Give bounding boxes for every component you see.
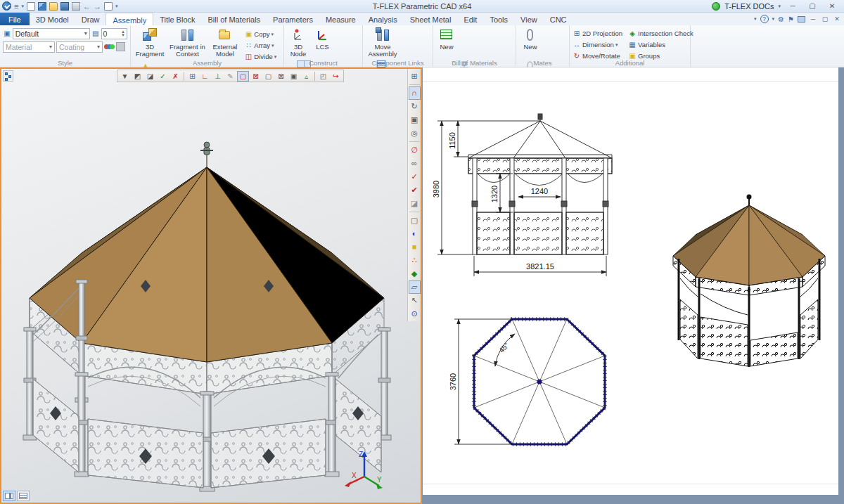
wireframe-mode-icon[interactable]: ▢ (409, 214, 421, 227)
select-workplane-icon[interactable]: ⊞ (186, 71, 198, 82)
hide-elements-icon[interactable]: ∅ (409, 143, 421, 157)
close-button[interactable]: ✕ (824, 2, 840, 10)
doc-close-icon[interactable]: ✕ (833, 15, 841, 22)
material-spheres-icon[interactable] (104, 43, 115, 51)
perspective-icon[interactable]: ▱ (409, 280, 421, 294)
variables-button[interactable]: ▦ Variables (628, 39, 693, 50)
doc-minimize-icon[interactable]: ─ (809, 15, 817, 22)
material-combo[interactable]: Material▾ (3, 41, 55, 53)
zoom-orbit-icon[interactable]: ↻ (409, 100, 421, 113)
filter-faces-icon[interactable]: ◩ (132, 71, 143, 82)
help-icon[interactable]: ? (760, 15, 769, 23)
tab-assembly[interactable]: Assembly (106, 13, 153, 25)
filter-apply-icon[interactable]: ✓ (157, 71, 169, 82)
doc-restore-icon[interactable]: ▢ (821, 15, 829, 22)
3d-fragment-button[interactable]: 3D Fragment (134, 27, 166, 59)
vertex-display-icon[interactable]: ∴ (409, 254, 421, 267)
camera-icon[interactable]: ⊙ (409, 307, 421, 321)
shaded-mode-icon[interactable]: ■ (409, 240, 421, 254)
help-caret-icon[interactable]: ▾ (772, 16, 775, 22)
array-button[interactable]: ∷ Array▾ (244, 40, 276, 51)
tab-tools[interactable]: Tools (483, 13, 514, 25)
external-model-button[interactable]: External Model (209, 27, 241, 59)
model-tree-icon[interactable] (3, 70, 13, 82)
3d-node-button[interactable]: 3D Node (287, 27, 309, 59)
dimension-button[interactable]: ↔ Dimension▾ (573, 39, 622, 50)
mates-new-button[interactable]: New (519, 27, 542, 59)
tab-sheet-metal[interactable]: Sheet Metal (404, 13, 458, 25)
check-assembly-icon[interactable]: ✔ (409, 183, 421, 197)
copy-button[interactable]: ▣ Copy▾ (244, 29, 276, 39)
3d-view-window[interactable]: ▼ ◩ ◪ ✓ ✗ ⊞ ∟ ⊥ ✎ ▢ ⊠ ▢ ⊠ ▣ ▵ ◰ ↪ (0, 67, 422, 504)
check-model-icon[interactable]: ✓ (409, 170, 421, 183)
drawing-window[interactable]: 1150 3980 1320 1240 3821.15 (423, 67, 838, 495)
select-vertex-icon[interactable]: ▢ (237, 71, 249, 82)
tab-file[interactable]: File (0, 13, 30, 25)
intersection-check-button[interactable]: ◈ Intersection Check (628, 28, 693, 39)
selector-filter-icon[interactable]: ▼ (119, 71, 131, 82)
exit-context-icon[interactable]: ↪ (330, 71, 342, 82)
bom-new-button[interactable]: New (436, 27, 457, 59)
color-swatch[interactable] (116, 42, 125, 51)
layout-tabs-icon[interactable] (17, 491, 30, 501)
layer-spinner[interactable]: 0 ▲▼ (101, 28, 127, 39)
2d-projection-button[interactable]: ⊞ 2D Projection (573, 28, 622, 39)
select-lcs-icon[interactable]: ∟ (199, 71, 211, 82)
menu-caret-icon[interactable]: ▾ (21, 4, 24, 9)
send-document-icon[interactable] (104, 2, 113, 11)
select-axes-icon[interactable]: ⊥ (212, 71, 224, 82)
tab-cnc[interactable]: CNC (544, 13, 573, 25)
tab-title-block[interactable]: Title Block (153, 13, 201, 25)
print-icon[interactable] (72, 2, 80, 11)
render-mode-icon[interactable]: ◐ (409, 227, 421, 240)
visibility-glasses-icon[interactable]: ∞ (409, 157, 421, 170)
select-face-icon[interactable]: ▢ (262, 71, 274, 82)
layout-split-icon[interactable] (3, 491, 15, 501)
window-layout-icon[interactable] (798, 16, 805, 22)
open-icon[interactable] (49, 2, 58, 11)
filter-bodies-icon[interactable]: ◪ (144, 71, 156, 82)
settings-gear-icon[interactable]: ⚙ (778, 15, 784, 23)
select-edge-icon[interactable]: ⊠ (250, 71, 262, 82)
tflex-docs-caret-icon[interactable]: ▾ (778, 4, 781, 9)
ribbon-display-caret-icon[interactable]: ▾ (754, 16, 757, 22)
filter-clear-icon[interactable]: ✗ (170, 71, 181, 82)
zoom-extents-icon[interactable]: ◎ (409, 127, 421, 140)
new-document-icon[interactable] (27, 2, 35, 11)
tab-analysis[interactable]: Analysis (362, 13, 404, 25)
flag-icon[interactable]: ⚑ (788, 15, 794, 23)
quick-access-customize-icon[interactable]: ▾ (115, 4, 118, 9)
new-3d-document-icon[interactable] (38, 2, 46, 11)
select-body-icon[interactable]: ⊠ (275, 71, 287, 82)
tab-edit[interactable]: Edit (457, 13, 483, 25)
tab-3d-model[interactable]: 3D Model (30, 13, 75, 25)
lcs-button[interactable]: LCS (312, 27, 332, 59)
select-shapes-icon[interactable]: ▵ (300, 71, 312, 82)
tab-draw[interactable]: Draw (75, 13, 106, 25)
facet-display-icon[interactable]: ◆ (409, 267, 421, 280)
tab-parameters[interactable]: Parameters (267, 13, 319, 25)
draw-on-face-icon[interactable]: ✎ (224, 71, 236, 82)
section-plane-icon[interactable]: ◪ (409, 197, 421, 210)
zoom-window-icon[interactable]: ▣ (409, 113, 421, 127)
select-solid-icon[interactable]: ▣ (288, 71, 300, 82)
tab-measure[interactable]: Measure (319, 13, 362, 25)
workplane-grid-icon[interactable]: ⊞ (409, 70, 421, 83)
move-assembly-button[interactable]: Move Assembly (366, 27, 399, 59)
undo-icon[interactable]: ← (83, 2, 91, 11)
menu-icon[interactable]: ≡ (14, 2, 18, 11)
maximize-button[interactable]: ▢ (805, 2, 820, 10)
app-logo-icon[interactable] (2, 1, 11, 11)
save-icon[interactable] (60, 2, 69, 11)
fragment-in-context-button[interactable]: Fragment in Context (169, 27, 205, 59)
tab-view[interactable]: View (514, 13, 544, 25)
manipulator-icon[interactable]: ↖ (409, 294, 421, 307)
gazebo-3d-model[interactable] (1, 69, 408, 503)
style-combo[interactable]: Default▾ (13, 28, 90, 39)
tab-bill-of-materials[interactable]: Bill of Materials (202, 13, 267, 25)
create-part-icon[interactable]: ◰ (317, 71, 329, 82)
tflex-docs-button[interactable]: T-FLEX DOCs (724, 2, 774, 11)
redo-icon[interactable]: → (94, 2, 101, 11)
coating-combo[interactable]: Coating▾ (56, 41, 103, 53)
magnet-snap-icon[interactable]: ∩ (409, 86, 421, 100)
